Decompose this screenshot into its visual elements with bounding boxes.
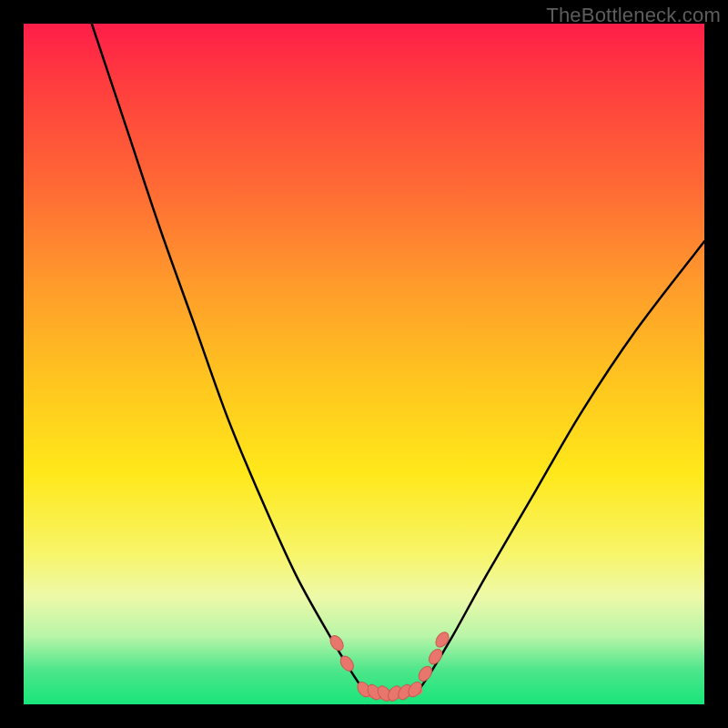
series-right-curve (419, 241, 704, 691)
highlight-marker (433, 630, 451, 650)
watermark-text: TheBottleneck.com (546, 4, 721, 27)
series-left-curve (92, 24, 364, 691)
highlight-marker (426, 647, 444, 667)
highlight-marker (416, 664, 434, 684)
marker-layer (328, 630, 451, 703)
chart-frame: TheBottleneck.com (0, 0, 728, 728)
curve-layer (92, 24, 704, 695)
highlight-marker (338, 653, 356, 673)
chart-svg (24, 24, 704, 704)
